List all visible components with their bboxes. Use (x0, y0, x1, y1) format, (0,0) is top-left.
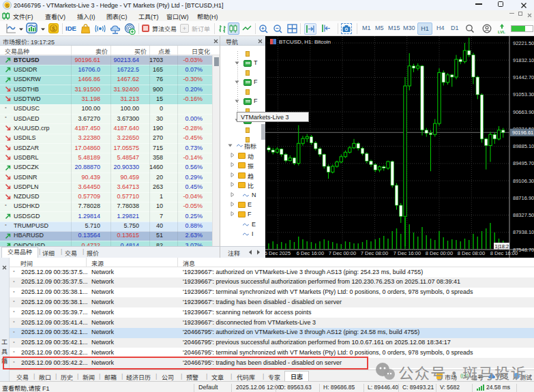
svg-text:6 Dec 2025: 6 Dec 2025 (265, 250, 291, 256)
svg-text:91053.30: 91053.30 (513, 91, 534, 97)
svg-text:7 Dec 08:00: 7 Dec 08:00 (361, 250, 388, 256)
svg-text:1|18:2: 1|18:2 (495, 243, 509, 250)
svg-text:6 Dec 16:00: 6 Dec 16:00 (297, 250, 324, 256)
svg-text:S: S (5, 3, 10, 9)
svg-text:91442.70: 91442.70 (513, 74, 534, 80)
svg-text:91832.10: 91832.10 (513, 57, 534, 63)
svg-text:88716.90: 88716.90 (513, 195, 534, 201)
svg-text:87938.10: 87938.10 (513, 229, 534, 235)
svg-text:7 Dec 00:00: 7 Dec 00:00 (329, 250, 356, 256)
svg-text:90663.90: 90663.90 (513, 109, 534, 115)
svg-text:90196.61: 90196.61 (512, 130, 533, 136)
svg-text:BTCUSD, H1: Bitcoin: BTCUSD, H1: Bitcoin (279, 39, 331, 45)
svg-text:89495.70: 89495.70 (513, 160, 534, 166)
svg-text:92221.50: 92221.50 (513, 40, 534, 46)
svg-text:$: $ (52, 25, 56, 32)
svg-text:8 Dec 08:00: 8 Dec 08:00 (458, 250, 485, 256)
svg-text:88327.50: 88327.50 (513, 212, 534, 218)
svg-text:8 Dec 00:00: 8 Dec 00:00 (426, 250, 453, 256)
svg-text:89885.10: 89885.10 (513, 143, 534, 149)
svg-text:7 Dec 16:00: 7 Dec 16:00 (394, 250, 421, 256)
svg-text:8 Dec 16:00: 8 Dec 16:00 (490, 250, 518, 256)
svg-text:89106.30: 89106.30 (513, 178, 534, 184)
svg-text:LVL: LVL (498, 30, 505, 34)
